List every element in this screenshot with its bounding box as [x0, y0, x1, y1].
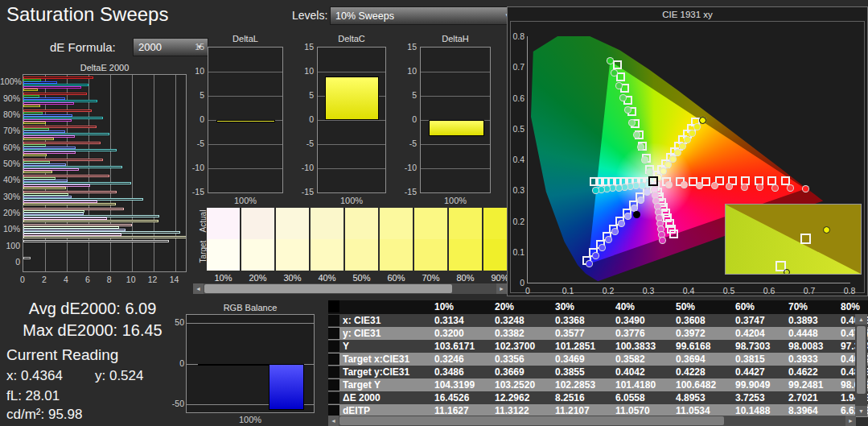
table-cell: 0.3933 [788, 354, 818, 365]
gridline [318, 120, 385, 121]
table-cell: 11.0534 [676, 405, 710, 416]
table-cell: 2.7021 [788, 392, 818, 403]
delta-y-tick: -15 [187, 187, 204, 196]
cie-measured-dot [788, 185, 793, 191]
table-cell: 11.2107 [555, 405, 590, 416]
swatch-percent-label: 20% [241, 273, 274, 283]
cie-measured-dot [660, 238, 665, 243]
cie-x-tick: 0.4 [679, 286, 698, 296]
levels-label: Levels: [292, 9, 327, 22]
cie-measured-dot [625, 213, 631, 219]
table-row: y: CIE310.32000.33820.35770.37760.39720.… [328, 327, 868, 340]
swatch-percent-label: 50% [345, 273, 378, 283]
deltae-bar [23, 187, 66, 189]
delta-y-tick: -5 [399, 139, 417, 148]
cie-measured-dot [655, 204, 660, 209]
delta-y-tick: 5 [399, 90, 417, 100]
cie-measured-dot [803, 186, 808, 192]
cie-title: CIE 1931 xy [508, 10, 867, 19]
table-cell: 99.6168 [676, 341, 710, 352]
swatch-target [483, 239, 507, 271]
gridline [318, 144, 385, 145]
table-cell: 12.2962 [495, 392, 529, 403]
table-corner-cell [328, 300, 339, 312]
color-swatch [414, 208, 447, 271]
swatch-scrollbar[interactable]: ◄ ► [193, 283, 507, 294]
deltae-bar [23, 220, 158, 222]
table-row-gutter [328, 315, 339, 326]
cie-chart-panel: CIE 1931 xy 00.10.20.30.40.50.60.70.800.… [507, 6, 868, 296]
page-title: Saturation Sweeps [6, 3, 168, 26]
cie-measured-dot [670, 156, 676, 162]
table-cell: 0.4427 [735, 366, 765, 378]
table-cell: 0.4042 [615, 366, 645, 378]
scroll-right-icon[interactable]: ► [496, 283, 507, 294]
delta-y-tick: -10 [399, 163, 417, 172]
table-cell: 0.3776 [615, 328, 645, 339]
deltae-bar [23, 122, 46, 124]
cie-y-tick: 0.1 [508, 247, 525, 257]
cie-y-axis [527, 36, 528, 283]
cie-y-tick: 0.7 [508, 62, 525, 72]
color-swatch [207, 208, 240, 271]
cie-measured-dot [656, 215, 662, 221]
delta-x-label: 100% [420, 196, 491, 205]
table-cell: 103.2520 [495, 379, 535, 391]
gridline [318, 72, 385, 72]
deltae-category-label: 30% [0, 192, 20, 201]
gridline [208, 144, 282, 145]
cie-measured-dot [666, 182, 672, 188]
delta-bar [429, 120, 484, 136]
cie-y-tick: 0.5 [508, 124, 525, 134]
table-cell: 0.4204 [735, 328, 765, 339]
table-row: Target x:CIE310.32460.33560.34690.35820.… [328, 353, 868, 366]
deltae-bar [23, 171, 52, 173]
table-h-thumb[interactable] [339, 416, 724, 425]
table-v-scrollbar[interactable]: ▲ ▼ [855, 314, 867, 416]
swatch-actual [449, 208, 482, 239]
table-cell: 101.2851 [555, 341, 595, 352]
deltae-x-tick: 2 [38, 275, 51, 284]
table-row-gutter [328, 354, 339, 365]
rgb-balance-x-label: 100% [186, 415, 315, 424]
delta-y-tick: -5 [296, 139, 314, 148]
table-cell: 3.7253 [735, 392, 765, 403]
scroll-right-icon[interactable]: ► [845, 416, 856, 426]
scroll-up-icon[interactable]: ▲ [855, 314, 867, 325]
delta-y-tick: 10 [296, 66, 314, 76]
delta-chart-title: DeltaH [420, 34, 491, 43]
table-cell: 0.3815 [735, 354, 765, 365]
levels-dropdown[interactable]: 10% Sweeps ▼ [330, 6, 516, 25]
table-h-scrollbar[interactable]: ◄ ► [328, 416, 856, 426]
table-row-label: ΔE 2000 [343, 392, 434, 403]
table-v-thumb[interactable] [857, 326, 866, 394]
color-swatch [311, 208, 343, 271]
swatch-actual [207, 208, 240, 239]
table-cell: 0.3855 [555, 366, 585, 378]
table-cell: 0.3356 [495, 354, 525, 365]
current-y: y: 0.524 [95, 368, 144, 384]
table-cell: 98.0083 [788, 341, 823, 352]
table-cell: 102.3700 [495, 341, 535, 352]
swatch-scrollbar-thumb[interactable] [204, 284, 452, 293]
cie-x-tick: 0.2 [599, 286, 618, 296]
delta-chart-title: DeltaC [317, 34, 386, 43]
swatch-percent-label: 30% [276, 273, 309, 283]
table-cell: 103.6171 [434, 341, 475, 352]
table-row-label: y: CIE31 [343, 328, 434, 339]
scroll-left-icon[interactable]: ◄ [193, 283, 204, 294]
delta-y-tick: 15 [187, 42, 204, 52]
table-row-gutter [328, 341, 339, 352]
table-row: Target Y104.3199103.2520102.2853101.4180… [328, 378, 868, 391]
gridline [175, 75, 176, 271]
cie-target-square [701, 177, 710, 186]
table-row-label: Target y:CIE31 [343, 366, 434, 378]
scroll-left-icon[interactable]: ◄ [328, 416, 339, 426]
scroll-down-icon[interactable]: ▼ [855, 406, 867, 416]
color-swatch [380, 208, 413, 271]
deltae-category-label: 70% [0, 126, 20, 135]
table-cell: 0.3246 [434, 354, 464, 365]
delta-y-tick: 0 [399, 114, 417, 124]
color-swatch [345, 208, 378, 271]
color-swatch [276, 208, 309, 271]
